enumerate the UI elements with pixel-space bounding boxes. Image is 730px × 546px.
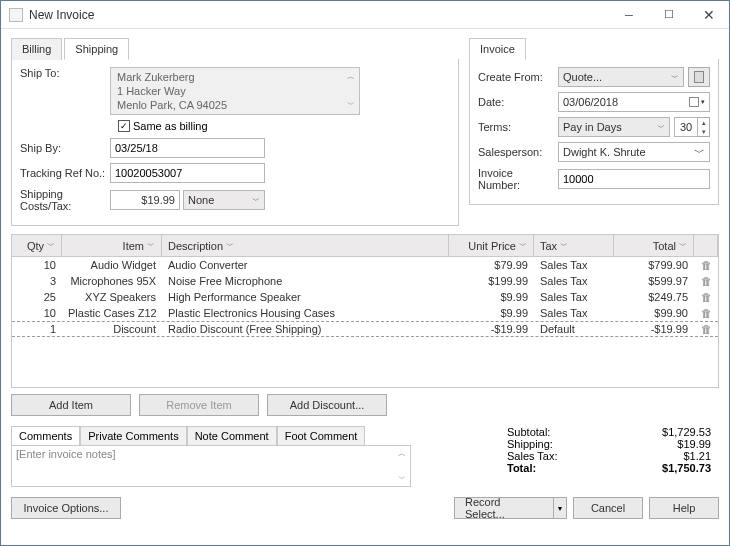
column-qty[interactable]: Qty﹀ xyxy=(12,235,62,256)
salesperson-label: Salesperson: xyxy=(478,146,558,158)
table-row[interactable]: 10Audio WidgetAudio Converter$79.99Sales… xyxy=(12,257,718,273)
cancel-button[interactable]: Cancel xyxy=(573,497,643,519)
cell-desc: Audio Converter xyxy=(162,259,449,271)
ship-by-input[interactable] xyxy=(110,138,265,158)
cell-total: -$19.99 xyxy=(614,323,694,335)
cell-desc: High Performance Speaker xyxy=(162,291,449,303)
trash-icon[interactable]: 🗑 xyxy=(701,307,711,319)
cell-qty: 10 xyxy=(12,259,62,271)
chevron-down-icon[interactable]: ﹀ xyxy=(398,473,406,484)
column-desc[interactable]: Description﹀ xyxy=(162,235,449,256)
salesperson-select[interactable]: Dwight K. Shrute ﹀ xyxy=(558,142,710,162)
chevron-up-icon[interactable]: ︿ xyxy=(398,448,406,459)
chevron-down-icon: ﹀ xyxy=(694,145,705,160)
column-total[interactable]: Total﹀ xyxy=(614,235,694,256)
trash-icon[interactable]: 🗑 xyxy=(701,275,711,287)
address-line-3: Menlo Park, CA 94025 xyxy=(117,98,353,112)
close-button[interactable]: ✕ xyxy=(689,1,729,29)
cell-total: $99.90 xyxy=(614,307,694,319)
create-from-action-button[interactable] xyxy=(688,67,710,87)
cell-tax: Sales Tax xyxy=(534,291,614,303)
cell-desc: Radio Discount (Free Shipping) xyxy=(162,323,449,335)
cell-price: -$19.99 xyxy=(449,323,534,335)
shipping-value: $19.99 xyxy=(677,438,711,450)
cell-price: $9.99 xyxy=(449,291,534,303)
column-price[interactable]: Unit Price﹀ xyxy=(449,235,534,256)
cell-total: $249.75 xyxy=(614,291,694,303)
app-icon xyxy=(9,8,23,22)
cell-qty: 3 xyxy=(12,275,62,287)
chevron-up-icon[interactable]: ︿ xyxy=(347,70,355,84)
tab-foot-comment[interactable]: Foot Comment xyxy=(277,426,366,446)
same-as-billing-label: Same as billing xyxy=(133,120,208,132)
invoice-number-label: Invoice Number: xyxy=(478,167,558,191)
chevron-down-icon[interactable]: ﹀ xyxy=(347,98,355,112)
table-row[interactable]: 10Plastic Cases Z12Plastic Electronics H… xyxy=(12,305,718,321)
cell-qty: 1 xyxy=(12,323,62,335)
trash-icon[interactable]: 🗑 xyxy=(701,291,711,303)
trash-icon[interactable]: 🗑 xyxy=(701,259,711,271)
cell-tax: Default xyxy=(534,323,614,335)
subtotal-value: $1,729.53 xyxy=(662,426,711,438)
chevron-down-icon: ﹀ xyxy=(252,195,260,206)
ship-to-address[interactable]: Mark Zukerberg 1 Hacker Way Menlo Park, … xyxy=(110,67,360,115)
tab-shipping[interactable]: Shipping xyxy=(64,38,129,60)
create-from-label: Create From: xyxy=(478,71,558,83)
record-select-button[interactable]: Record Select... xyxy=(454,497,554,519)
cell-item: Plastic Cases Z12 xyxy=(62,307,162,319)
invoice-options-button[interactable]: Invoice Options... xyxy=(11,497,121,519)
cell-tax: Sales Tax xyxy=(534,259,614,271)
help-button[interactable]: Help xyxy=(649,497,719,519)
terms-days-spinner[interactable]: ▴▾ xyxy=(698,117,710,137)
table-row[interactable]: 1DiscountRadio Discount (Free Shipping)-… xyxy=(12,321,718,337)
window-titlebar: New Invoice ─ ☐ ✕ xyxy=(1,1,729,29)
trash-icon[interactable]: 🗑 xyxy=(701,323,711,335)
same-as-billing-checkbox[interactable]: ✓ xyxy=(118,120,130,132)
date-input[interactable]: 03/06/2018 ▾ xyxy=(558,92,710,112)
sales-tax-label: Sales Tax: xyxy=(507,450,558,462)
tab-comments[interactable]: Comments xyxy=(11,426,80,446)
shipping-tax-select[interactable]: None ﹀ xyxy=(183,190,265,210)
total-value: $1,750.73 xyxy=(662,462,711,474)
record-select-menu[interactable]: ▼ xyxy=(553,497,567,519)
comments-textarea[interactable]: [Enter invoice notes] ︿ ﹀ xyxy=(11,445,411,487)
date-label: Date: xyxy=(478,96,558,108)
cell-price: $79.99 xyxy=(449,259,534,271)
cell-item: Audio Widget xyxy=(62,259,162,271)
tab-note-comment[interactable]: Note Comment xyxy=(187,426,277,446)
cell-item: XYZ Speakers xyxy=(62,291,162,303)
remove-item-button[interactable]: Remove Item xyxy=(139,394,259,416)
create-from-select[interactable]: Quote... ﹀ xyxy=(558,67,684,87)
line-items-grid: Qty﹀ Item﹀ Description﹀ Unit Price﹀ Tax﹀… xyxy=(11,234,719,388)
total-label: Total: xyxy=(507,462,536,474)
terms-days-input[interactable]: 30 xyxy=(674,117,698,137)
cell-qty: 10 xyxy=(12,307,62,319)
minimize-button[interactable]: ─ xyxy=(609,1,649,29)
cell-item: Discount xyxy=(62,323,162,335)
add-discount-button[interactable]: Add Discount... xyxy=(267,394,387,416)
tab-private-comments[interactable]: Private Comments xyxy=(80,426,186,446)
cell-desc: Noise Free Microphone xyxy=(162,275,449,287)
cell-item: Microphones 95X xyxy=(62,275,162,287)
column-tax[interactable]: Tax﹀ xyxy=(534,235,614,256)
window-title: New Invoice xyxy=(29,8,94,22)
tab-invoice[interactable]: Invoice xyxy=(469,38,526,60)
table-row[interactable]: 3Microphones 95XNoise Free Microphone$19… xyxy=(12,273,718,289)
cell-price: $199.99 xyxy=(449,275,534,287)
tracking-label: Tracking Ref No.: xyxy=(20,167,110,179)
column-item[interactable]: Item﹀ xyxy=(62,235,162,256)
tab-billing[interactable]: Billing xyxy=(11,38,62,60)
shipping-cost-input[interactable]: $19.99 xyxy=(110,190,180,210)
ship-by-label: Ship By: xyxy=(20,142,110,154)
tracking-input[interactable] xyxy=(110,163,265,183)
terms-select[interactable]: Pay in Days ﹀ xyxy=(558,117,670,137)
totals-summary: Subtotal:$1,729.53 Shipping:$19.99 Sales… xyxy=(499,422,719,487)
shipping-cost-label: Shipping Costs/Tax: xyxy=(20,188,110,212)
document-icon xyxy=(694,71,704,83)
chevron-down-icon: ﹀ xyxy=(671,72,679,83)
subtotal-label: Subtotal: xyxy=(507,426,550,438)
maximize-button[interactable]: ☐ xyxy=(649,1,689,29)
add-item-button[interactable]: Add Item xyxy=(11,394,131,416)
table-row[interactable]: 25XYZ SpeakersHigh Performance Speaker$9… xyxy=(12,289,718,305)
invoice-number-input[interactable] xyxy=(558,169,710,189)
